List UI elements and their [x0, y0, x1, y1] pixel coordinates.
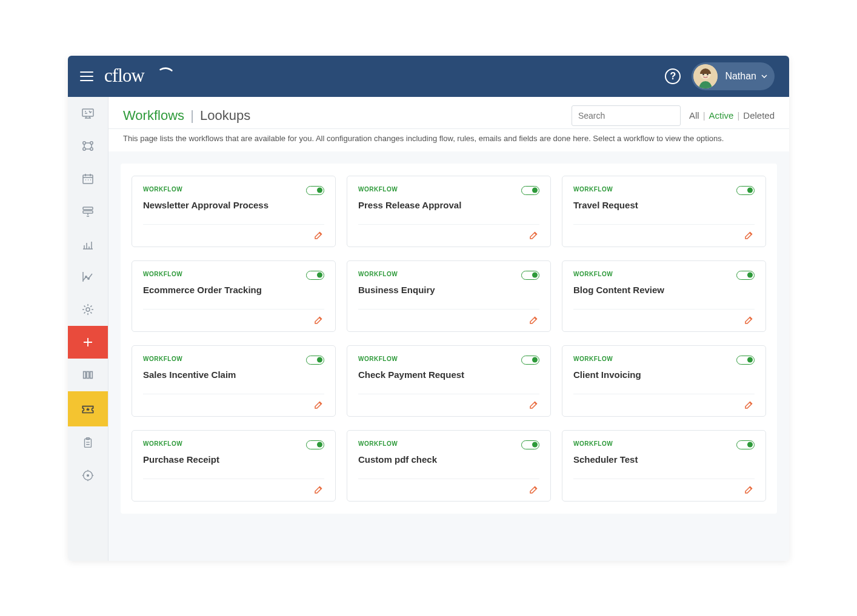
search-input[interactable]	[578, 111, 684, 121]
workflow-card[interactable]: WORKFLOWTravel Request	[562, 176, 766, 247]
workflow-toggle[interactable]	[306, 271, 324, 280]
edit-icon[interactable]	[313, 230, 324, 240]
help-button[interactable]: ?	[665, 68, 681, 84]
edit-icon[interactable]	[313, 399, 324, 410]
menu-toggle[interactable]	[80, 70, 93, 83]
filter-all[interactable]: All	[689, 110, 699, 121]
svg-text:cflow: cflow	[104, 65, 145, 86]
card-type-label: WORKFLOW	[358, 356, 398, 362]
svg-point-7	[90, 141, 93, 144]
sidebar-db[interactable]	[68, 195, 108, 228]
workflow-toggle[interactable]	[306, 440, 324, 449]
sidebar-analytics[interactable]	[68, 260, 108, 293]
edit-icon[interactable]	[744, 314, 755, 325]
svg-point-15	[86, 308, 90, 311]
user-name: Nathan	[725, 71, 756, 82]
svg-point-6	[83, 141, 85, 144]
svg-rect-10	[83, 175, 93, 184]
workflow-toggle[interactable]	[736, 440, 755, 449]
sidebar-calendar[interactable]	[68, 162, 108, 195]
page-title-sub: Lookups	[200, 108, 250, 123]
workflow-toggle[interactable]	[306, 356, 324, 365]
edit-icon[interactable]	[313, 314, 324, 325]
sidebar-settings[interactable]	[68, 293, 108, 326]
edit-icon[interactable]	[744, 484, 755, 495]
workflow-card[interactable]: WORKFLOWSales Incentive Claim	[132, 345, 336, 417]
workflow-name: Sales Incentive Claim	[143, 369, 324, 380]
sidebar-add[interactable]	[68, 326, 108, 359]
svg-rect-12	[83, 211, 93, 213]
card-type-label: WORKFLOW	[573, 186, 613, 193]
card-type-label: WORKFLOW	[573, 271, 613, 277]
filter-active[interactable]: Active	[709, 110, 734, 121]
user-menu[interactable]: Nathan	[692, 62, 775, 90]
workflow-name: Purchase Receipt	[143, 454, 324, 465]
edit-icon[interactable]	[529, 314, 539, 325]
card-type-label: WORKFLOW	[573, 356, 613, 362]
sidebar	[68, 97, 108, 561]
filter-deleted[interactable]: Deleted	[743, 110, 775, 121]
workflow-toggle[interactable]	[306, 186, 324, 195]
edit-icon[interactable]	[744, 399, 755, 410]
svg-rect-18	[90, 371, 93, 378]
card-type-label: WORKFLOW	[358, 186, 398, 193]
svg-rect-11	[83, 207, 93, 210]
workflow-card[interactable]: WORKFLOWNewsletter Approval Process	[132, 176, 336, 247]
edit-icon[interactable]	[313, 484, 324, 495]
main-content: Workflows | Lookups All | Active | Delet…	[108, 97, 789, 561]
edit-icon[interactable]	[529, 399, 539, 410]
workflow-toggle[interactable]	[521, 186, 539, 195]
workflow-name: Travel Request	[573, 200, 755, 210]
sidebar-chart[interactable]	[68, 228, 108, 260]
workflow-card[interactable]: WORKFLOWPurchase Receipt	[132, 430, 336, 502]
sidebar-columns[interactable]	[68, 359, 108, 391]
workflow-card[interactable]: WORKFLOWPress Release Approval	[347, 176, 551, 247]
workflow-card[interactable]: WORKFLOWClient Invoicing	[562, 345, 766, 417]
card-type-label: WORKFLOW	[143, 440, 182, 447]
main-header: Workflows | Lookups All | Active | Delet…	[108, 97, 789, 129]
edit-icon[interactable]	[529, 230, 539, 240]
card-type-label: WORKFLOW	[143, 356, 182, 362]
workflow-toggle[interactable]	[736, 356, 755, 365]
sidebar-flow[interactable]	[68, 130, 108, 162]
sidebar-dashboard[interactable]	[68, 97, 108, 130]
svg-rect-17	[87, 371, 89, 378]
edit-icon[interactable]	[529, 484, 539, 495]
workflow-toggle[interactable]	[736, 186, 755, 195]
card-type-label: WORKFLOW	[143, 271, 182, 277]
workflow-toggle[interactable]	[736, 271, 755, 280]
workflow-toggle[interactable]	[521, 271, 539, 280]
workflow-card[interactable]: WORKFLOWEcommerce Order Tracking	[132, 260, 336, 332]
workflow-name: Newsletter Approval Process	[143, 200, 324, 210]
edit-icon[interactable]	[744, 230, 755, 240]
sidebar-ticket[interactable]	[68, 391, 108, 426]
app-frame: cflow ? Nathan	[68, 56, 789, 561]
page-description: This page lists the workflows that are a…	[108, 129, 789, 151]
page-title: Workflows | Lookups	[123, 108, 250, 124]
sidebar-target[interactable]	[68, 459, 108, 492]
sidebar-clipboard[interactable]	[68, 426, 108, 459]
workflow-name: Client Invoicing	[573, 369, 755, 380]
workflow-card[interactable]: WORKFLOWScheduler Test	[562, 430, 766, 502]
workflow-card[interactable]: WORKFLOWCheck Payment Request	[347, 345, 551, 417]
workflow-name: Ecommerce Order Tracking	[143, 285, 324, 295]
workflow-card[interactable]: WORKFLOWBlog Content Review	[562, 260, 766, 332]
svg-point-22	[87, 474, 89, 476]
workflow-card[interactable]: WORKFLOWCustom pdf check	[347, 430, 551, 502]
workflow-name: Business Enquiry	[358, 285, 539, 295]
svg-point-9	[90, 147, 93, 150]
card-type-label: WORKFLOW	[143, 186, 182, 193]
svg-rect-5	[82, 109, 93, 116]
workflow-toggle[interactable]	[521, 440, 539, 449]
workflow-name: Custom pdf check	[358, 454, 539, 465]
card-type-label: WORKFLOW	[358, 271, 398, 277]
workflow-toggle[interactable]	[521, 356, 539, 365]
workflow-name: Blog Content Review	[573, 285, 755, 295]
svg-rect-16	[84, 371, 86, 378]
svg-point-8	[83, 147, 85, 150]
search-box[interactable]	[572, 105, 681, 126]
svg-point-4	[707, 73, 709, 75]
avatar	[693, 64, 718, 88]
filter-tabs: All | Active | Deleted	[689, 110, 775, 121]
workflow-card[interactable]: WORKFLOWBusiness Enquiry	[347, 260, 551, 332]
